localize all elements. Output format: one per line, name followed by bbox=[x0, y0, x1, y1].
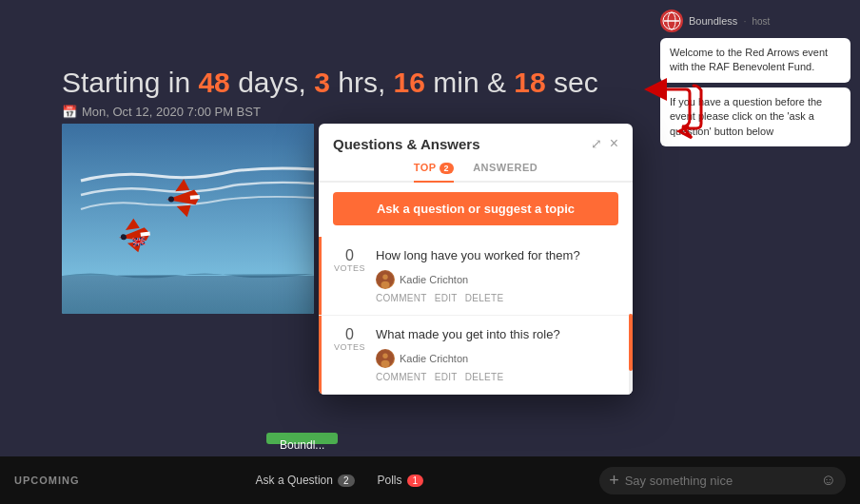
polls-tab[interactable]: Polls 1 bbox=[366, 466, 436, 494]
polls-badge: 1 bbox=[407, 475, 424, 487]
countdown-hours-unit: hrs, bbox=[330, 67, 385, 98]
countdown-prefix: Starting in bbox=[62, 67, 198, 98]
planes-svg bbox=[62, 124, 314, 314]
vote-section-2: 0 VOTES bbox=[333, 327, 366, 382]
qa-close-button[interactable]: × bbox=[610, 135, 618, 152]
vote-label-2: VOTES bbox=[334, 342, 365, 352]
host-header: Boundless · host bbox=[660, 10, 850, 32]
countdown-text: Starting in 48 days, 3 hrs, 16 min & 18 … bbox=[62, 67, 598, 99]
qa-modal: Questions & Answers ⤢ × TOP2 ANSWERED As… bbox=[319, 124, 633, 395]
qa-ask-button[interactable]: Ask a question or suggest a topic bbox=[333, 192, 618, 225]
add-content-button[interactable]: + bbox=[609, 471, 619, 491]
svg-point-29 bbox=[381, 360, 390, 367]
vote-count-2: 0 bbox=[345, 327, 354, 342]
chat-area: Boundless · host Welcome to the Red Arro… bbox=[660, 10, 850, 151]
svg-point-28 bbox=[382, 353, 387, 358]
ask-question-badge: 2 bbox=[338, 475, 355, 487]
calendar-icon: 📅 bbox=[62, 105, 77, 119]
qa-modal-header: Questions & Answers ⤢ × bbox=[319, 124, 633, 152]
plane-scene bbox=[62, 124, 314, 314]
host-role: host bbox=[752, 16, 770, 27]
question-author-2: Kadie Crichton bbox=[376, 349, 618, 368]
author-avatar-1 bbox=[376, 270, 395, 289]
say-something-input[interactable] bbox=[625, 474, 815, 488]
delete-action-1[interactable]: DELETE bbox=[465, 293, 504, 303]
edit-action-1[interactable]: EDIT bbox=[435, 293, 458, 303]
bottom-right: + ☺ bbox=[599, 467, 846, 494]
event-image bbox=[62, 124, 314, 314]
qa-tab-top-badge: 2 bbox=[440, 163, 455, 174]
qa-question-item-2: 0 VOTES What made you get into this role… bbox=[319, 316, 633, 395]
say-something-area: + ☺ bbox=[599, 467, 846, 494]
qa-tab-answered[interactable]: ANSWERED bbox=[473, 162, 538, 183]
author-name-2: Kadie Crichton bbox=[400, 353, 468, 364]
svg-point-26 bbox=[381, 281, 390, 288]
question-content-1: How long have you worked for them? Kadie… bbox=[376, 248, 618, 303]
countdown-seconds: 18 bbox=[506, 67, 546, 98]
qa-questions-list: 0 VOTES How long have you worked for the… bbox=[319, 237, 633, 395]
countdown-hours: 3 bbox=[306, 67, 330, 98]
svg-point-25 bbox=[382, 274, 387, 279]
comment-action-1[interactable]: COMMENT bbox=[376, 293, 427, 303]
author-avatar-2 bbox=[376, 349, 395, 368]
scrollbar bbox=[629, 314, 633, 395]
qa-header-icons: ⤢ × bbox=[591, 135, 618, 152]
host-role-separator: · bbox=[743, 15, 746, 27]
chat-message-2: If you have a question before the event … bbox=[660, 87, 850, 146]
countdown-days: 48 bbox=[198, 67, 229, 98]
countdown-minutes: 16 bbox=[385, 67, 425, 98]
vote-label-1: VOTES bbox=[334, 263, 365, 273]
svg-rect-20 bbox=[62, 276, 314, 314]
qa-tabs: TOP2 ANSWERED bbox=[319, 152, 633, 183]
qa-tab-top[interactable]: TOP2 bbox=[414, 162, 454, 183]
countdown-days-unit: days, bbox=[230, 67, 306, 98]
vote-count-1: 0 bbox=[345, 248, 354, 263]
scrollbar-thumb bbox=[629, 314, 633, 371]
countdown-minutes-unit: min & bbox=[425, 67, 506, 98]
question-author-1: Kadie Crichton bbox=[376, 270, 618, 289]
upcoming-label: UPCOMING bbox=[14, 475, 80, 486]
host-name: Boundless bbox=[689, 15, 737, 27]
countdown-seconds-unit: sec bbox=[546, 67, 598, 98]
qa-question-item: 0 VOTES How long have you worked for the… bbox=[319, 237, 633, 316]
question-content-2: What made you get into this role? Kadie … bbox=[376, 327, 618, 382]
question-text-1: How long have you worked for them? bbox=[376, 248, 618, 264]
delete-action-2[interactable]: DELETE bbox=[465, 372, 504, 382]
polls-label: Polls bbox=[378, 474, 402, 487]
bottom-bar: UPCOMING Ask a Question 2 Polls 1 + ☺ bbox=[0, 456, 860, 504]
author-name-1: Kadie Crichton bbox=[400, 274, 468, 285]
countdown-area: Starting in 48 days, 3 hrs, 16 min & 18 … bbox=[62, 67, 598, 119]
edit-action-2[interactable]: EDIT bbox=[435, 372, 458, 382]
host-avatar bbox=[660, 10, 683, 32]
event-date: 📅 Mon, Oct 12, 2020 7:00 PM BST bbox=[62, 105, 598, 119]
ask-question-label: Ask a Question bbox=[256, 474, 333, 487]
question-actions-2: COMMENT EDIT DELETE bbox=[376, 372, 618, 382]
bottom-center-tabs: Ask a Question 2 Polls 1 bbox=[244, 466, 436, 494]
ask-question-tab[interactable]: Ask a Question 2 bbox=[244, 466, 366, 494]
vote-section-1: 0 VOTES bbox=[333, 248, 366, 303]
qa-modal-title: Questions & Answers bbox=[333, 136, 479, 152]
comment-action-2[interactable]: COMMENT bbox=[376, 372, 427, 382]
question-text-2: What made you get into this role? bbox=[376, 327, 618, 343]
boundless-button[interactable]: Boundl... bbox=[266, 433, 338, 444]
qa-resize-button[interactable]: ⤢ bbox=[591, 135, 602, 152]
question-actions-1: COMMENT EDIT DELETE bbox=[376, 293, 618, 303]
emoji-button[interactable]: ☺ bbox=[821, 472, 836, 489]
chat-message-1: Welcome to the Red Arrows event with the… bbox=[660, 38, 850, 83]
